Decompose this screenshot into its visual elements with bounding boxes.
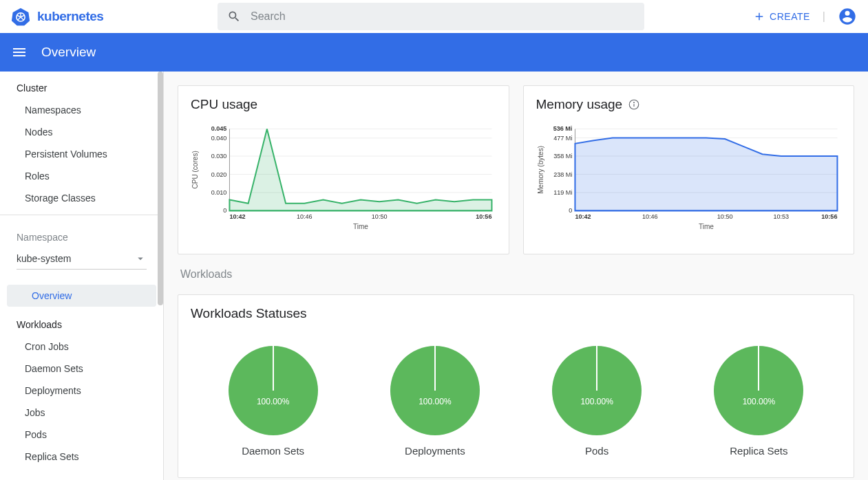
status-percent: 100.00% (743, 397, 775, 406)
search-icon (227, 10, 241, 23)
status-daemon-sets: 100.00%Daemon Sets (229, 346, 318, 457)
create-button[interactable]: CREATE (753, 10, 810, 23)
chevron-down-icon (134, 252, 147, 265)
svg-text:0.030: 0.030 (211, 153, 227, 160)
svg-text:10:46: 10:46 (297, 213, 313, 220)
sidebar-item-cron-jobs[interactable]: Cron Jobs (0, 336, 163, 358)
memory-chart: 0119 Mi238 Mi358 Mi477 Mi536 Mi10:4210:4… (536, 123, 842, 233)
svg-text:Time: Time (698, 223, 713, 230)
namespace-value: kube-system (17, 253, 71, 264)
status-card-title: Workloads Statuses (178, 295, 854, 332)
brand-name: kubernetes (37, 9, 103, 24)
main-content: CPU usage 00.0100.0200.0300.0400.04510:4… (164, 72, 868, 480)
svg-text:10:56: 10:56 (821, 213, 837, 220)
namespace-selector[interactable]: kube-system (17, 248, 147, 270)
separator: | (823, 10, 825, 23)
status-percent: 100.00% (419, 397, 451, 406)
sidebar: Cluster NamespacesNodesPersistent Volume… (0, 72, 164, 480)
page-header: Overview (0, 33, 868, 72)
svg-text:10:46: 10:46 (642, 213, 657, 220)
svg-text:0.010: 0.010 (211, 189, 227, 196)
sidebar-item-replica-sets[interactable]: Replica Sets (0, 446, 163, 468)
svg-text:Time: Time (353, 223, 368, 230)
cpu-usage-card: CPU usage 00.0100.0200.0300.0400.04510:4… (178, 85, 509, 254)
status-percent: 100.00% (580, 397, 613, 406)
svg-text:0.045: 0.045 (211, 125, 227, 132)
status-label: Replica Sets (730, 445, 787, 457)
workloads-section-label: Workloads (178, 254, 854, 294)
sidebar-item-storage-classes[interactable]: Storage Classes (0, 187, 163, 209)
sidebar-section-workloads: Workloads (0, 308, 163, 336)
sidebar-scrollbar[interactable] (158, 72, 163, 305)
status-pods: 100.00%Pods (552, 346, 642, 457)
top-actions: CREATE | (753, 7, 857, 26)
svg-text:0: 0 (223, 207, 226, 214)
svg-text:10:42: 10:42 (575, 213, 591, 220)
cpu-card-title: CPU usage (178, 86, 509, 123)
svg-text:10:42: 10:42 (229, 213, 245, 220)
svg-text:358 Mi: 358 Mi (553, 153, 572, 160)
status-label: Pods (585, 445, 608, 457)
svg-text:10:53: 10:53 (773, 213, 789, 220)
search-input[interactable] (251, 10, 635, 23)
search-box[interactable] (218, 3, 644, 30)
status-label: Daemon Sets (242, 445, 304, 457)
sidebar-item-jobs[interactable]: Jobs (0, 402, 163, 424)
status-deployments: 100.00%Deployments (390, 346, 480, 457)
sidebar-item-overview[interactable]: Overview (7, 285, 156, 307)
svg-text:238 Mi: 238 Mi (553, 171, 572, 178)
sidebar-section-namespace: Namespace (0, 221, 163, 248)
top-bar: kubernetes CREATE | (0, 0, 868, 33)
svg-text:10:50: 10:50 (372, 213, 388, 220)
cpu-chart: 00.0100.0200.0300.0400.04510:4210:4610:5… (191, 123, 496, 233)
svg-text:CPU (cores): CPU (cores) (191, 151, 199, 188)
brand-logo: kubernetes (11, 7, 218, 26)
svg-text:0: 0 (569, 207, 572, 214)
svg-text:536 Mi: 536 Mi (553, 125, 572, 132)
divider (0, 215, 163, 215)
svg-text:10:50: 10:50 (717, 213, 732, 220)
info-icon[interactable] (628, 98, 640, 111)
sidebar-item-pods[interactable]: Pods (0, 424, 163, 446)
svg-text:Memory (bytes): Memory (bytes) (537, 146, 544, 194)
status-percent: 100.00% (257, 397, 289, 406)
sidebar-item-persistent-volumes[interactable]: Persistent Volumes (0, 143, 163, 165)
status-donut: 100.00% (390, 346, 480, 435)
svg-text:477 Mi: 477 Mi (553, 135, 572, 142)
status-label: Deployments (405, 445, 465, 457)
svg-text:0.040: 0.040 (211, 135, 227, 142)
sidebar-item-deployments[interactable]: Deployments (0, 380, 163, 402)
memory-usage-card: Memory usage 0119 Mi238 Mi358 Mi477 Mi53… (523, 85, 855, 254)
create-label: CREATE (770, 11, 810, 22)
kubernetes-icon (11, 7, 30, 26)
status-donut: 100.00% (714, 346, 803, 435)
status-donut: 100.00% (552, 346, 642, 435)
svg-text:119 Mi: 119 Mi (553, 189, 572, 196)
svg-point-29 (634, 102, 635, 103)
sidebar-item-nodes[interactable]: Nodes (0, 121, 163, 143)
page-title: Overview (41, 45, 96, 60)
menu-icon[interactable] (11, 44, 28, 61)
workloads-status-card: Workloads Statuses 100.00%Daemon Sets100… (178, 294, 854, 478)
svg-text:10:56: 10:56 (476, 213, 491, 220)
status-replica-sets: 100.00%Replica Sets (714, 346, 803, 457)
memory-card-title: Memory usage (536, 97, 623, 112)
svg-text:0.020: 0.020 (211, 171, 227, 178)
sidebar-item-daemon-sets[interactable]: Daemon Sets (0, 358, 163, 380)
sidebar-item-namespaces[interactable]: Namespaces (0, 99, 163, 121)
plus-icon (753, 10, 765, 23)
sidebar-section-cluster: Cluster (0, 72, 163, 99)
status-donut: 100.00% (229, 346, 318, 435)
user-icon[interactable] (838, 7, 857, 26)
sidebar-item-roles[interactable]: Roles (0, 165, 163, 187)
